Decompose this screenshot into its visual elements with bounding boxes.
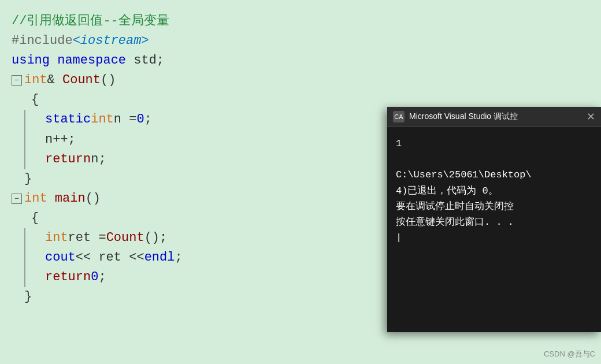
npp-text: n++; bbox=[45, 130, 76, 150]
namespace-keyword: namespace bbox=[57, 51, 126, 70]
console-output-line4: 4)已退出，代码为 0。 bbox=[396, 183, 592, 199]
csdn-watermark: CSDN @吾与C bbox=[544, 349, 595, 359]
console-titlebar-left: CA Microsoft Visual Studio 调试控 bbox=[393, 111, 518, 122]
semicolon1: ; bbox=[144, 110, 152, 129]
main-func-name: main bbox=[55, 189, 86, 209]
console-title: Microsoft Visual Studio 调试控 bbox=[409, 112, 518, 122]
int-ret-type: int bbox=[45, 228, 68, 248]
console-output-line5: 要在调试停止时自动关闭控 bbox=[396, 199, 592, 214]
console-close-button[interactable]: ✕ bbox=[587, 110, 595, 123]
console-output-line1: 1 bbox=[396, 136, 592, 151]
fold-count-button[interactable]: − bbox=[12, 75, 22, 86]
std-text: std; bbox=[126, 51, 164, 70]
return-semi: ; bbox=[98, 268, 106, 287]
console-icon-label: CA bbox=[394, 113, 403, 120]
brace-open2: { bbox=[31, 209, 39, 228]
console-output-line6: 按任意键关闭此窗口. . . bbox=[396, 214, 592, 230]
ref-op: & bbox=[47, 70, 62, 90]
preprocessor-text: #include bbox=[12, 31, 73, 51]
n-assign: n = bbox=[114, 110, 137, 129]
fold-main-button[interactable]: − bbox=[12, 194, 22, 204]
code-line-comment: //引用做返回值--全局变量 bbox=[12, 12, 595, 31]
static-keyword: static bbox=[45, 110, 91, 129]
endl-keyword: endl bbox=[144, 248, 175, 268]
console-panel: CA Microsoft Visual Studio 调试控 ✕ 1 C:\Us… bbox=[387, 107, 601, 332]
return-n-text: n; bbox=[91, 150, 106, 169]
console-cursor-line: | bbox=[396, 230, 592, 246]
cout-ops: << ret << bbox=[76, 248, 144, 268]
count-func-name: Count bbox=[62, 70, 101, 90]
include-lib: <iostream> bbox=[73, 31, 149, 51]
int-static-type: int bbox=[91, 110, 114, 129]
using-keyword: using bbox=[12, 51, 50, 70]
cout-semi: ; bbox=[175, 248, 182, 268]
brace-close2: } bbox=[24, 287, 32, 307]
console-body: 1 C:\Users\25061\Desktop\ 4)已退出，代码为 0。 要… bbox=[387, 127, 601, 332]
console-app-icon: CA bbox=[393, 111, 405, 122]
count-call-parens: (); bbox=[144, 228, 168, 248]
code-line-count-def: −int& Count() bbox=[12, 70, 595, 90]
zero-return: 0 bbox=[91, 268, 98, 287]
console-titlebar: CA Microsoft Visual Studio 调试控 ✕ bbox=[387, 107, 601, 127]
console-output-line3: C:\Users\25061\Desktop\ bbox=[396, 167, 592, 183]
int-type: int bbox=[24, 70, 47, 90]
return-keyword1: return bbox=[45, 150, 91, 169]
main-parens: () bbox=[86, 189, 101, 209]
main-space bbox=[47, 189, 55, 209]
cout-keyword: cout bbox=[45, 248, 76, 268]
main-container: //引用做返回值--全局变量 #include<iostream> using … bbox=[0, 0, 601, 364]
count-parens: () bbox=[101, 70, 116, 90]
ret-assign: ret = bbox=[68, 228, 106, 248]
int-main-type: int bbox=[24, 189, 47, 209]
brace-open: { bbox=[31, 90, 39, 110]
code-line-using: using namespace std; bbox=[12, 51, 595, 70]
count-call: Count bbox=[106, 228, 144, 248]
console-output-line2 bbox=[396, 151, 592, 167]
code-line-include: #include<iostream> bbox=[12, 31, 595, 51]
zero-literal: 0 bbox=[136, 110, 144, 129]
brace-close1: } bbox=[24, 169, 32, 189]
comment-text: //引用做返回值--全局变量 bbox=[12, 12, 169, 31]
using-space bbox=[50, 51, 57, 70]
return-keyword2: return bbox=[45, 268, 91, 287]
